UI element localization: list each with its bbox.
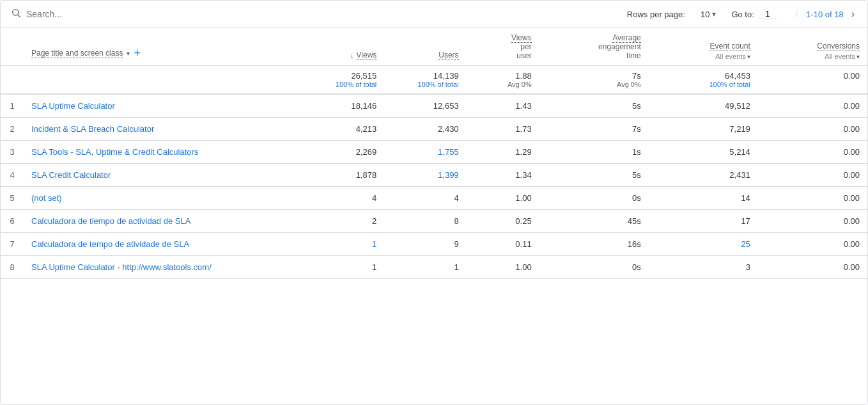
table-body: 1 SLA Uptime Calculator 18,146 12,653 1.… (1, 94, 867, 279)
row-number: 7 (1, 233, 24, 256)
col-header-dimension[interactable]: Page title and screen class ▾ + (24, 28, 302, 66)
row-title[interactable]: Calculadora de tiempo de actividad de SL… (24, 210, 302, 233)
search-left (11, 8, 154, 20)
conversions-col-label: Conversions (817, 42, 860, 51)
data-table: Page title and screen class ▾ + ↓ Views (1, 28, 867, 279)
row-event-count: 3 (649, 256, 758, 279)
row-title[interactable]: (not set) (24, 187, 302, 210)
row-users: 1 (384, 256, 466, 279)
goto-input[interactable] (758, 9, 777, 19)
svg-point-0 (13, 10, 19, 15)
row-number: 8 (1, 256, 24, 279)
row-title[interactable]: Incident & SLA Breach Calculator (24, 118, 302, 141)
conversions-sub-label: All events (825, 52, 855, 60)
col-header-vpu[interactable]: Views per user (467, 28, 539, 66)
col-header-event-count[interactable]: Event count All events ▾ (649, 28, 758, 66)
row-vpu: 0.11 (467, 233, 539, 256)
col-header-conversions[interactable]: Conversions All events ▾ (758, 28, 867, 66)
col-header-users[interactable]: Users (384, 28, 466, 66)
totals-conv-cell: 0.00 (758, 66, 867, 95)
totals-users-value: 14,139 (392, 71, 458, 81)
row-event-count: 17 (649, 210, 758, 233)
search-icon (11, 8, 21, 20)
vpu-col-label2: per (474, 42, 532, 51)
row-title[interactable]: SLA Tools - SLA, Uptime & Credit Calcula… (24, 141, 302, 164)
table-row: 5 (not set) 4 4 1.00 0s 14 0.00 (1, 187, 867, 210)
row-title[interactable]: SLA Uptime Calculator - http://www.slato… (24, 256, 302, 279)
goto-section: Go to: (731, 9, 777, 19)
dimension-col-label: Page title and screen class (31, 49, 123, 58)
row-conversions: 0.00 (758, 187, 867, 210)
table-row: 8 SLA Uptime Calculator - http://www.sla… (1, 256, 867, 279)
row-event-count: 5,214 (649, 141, 758, 164)
totals-views-value: 26,515 (310, 71, 376, 81)
row-aet: 0s (539, 187, 649, 210)
rows-per-page-select[interactable]: 10 ▾ (701, 10, 716, 19)
row-conversions: 0.00 (758, 94, 867, 118)
row-aet: 45s (539, 210, 649, 233)
totals-aet-cell: 7s Avg 0% (539, 66, 649, 95)
chevron-down-icon: ▾ (712, 10, 716, 19)
row-number: 3 (1, 141, 24, 164)
totals-vpu-value: 1.88 (474, 71, 532, 81)
row-aet: 5s (539, 94, 649, 118)
row-views: 1 (302, 256, 384, 279)
totals-title-cell (24, 66, 302, 95)
row-users: 4 (384, 187, 466, 210)
row-views: 18,146 (302, 94, 384, 118)
next-page-button[interactable]: › (849, 7, 857, 21)
table-header-row: Page title and screen class ▾ + ↓ Views (1, 28, 867, 66)
row-vpu: 1.29 (467, 141, 539, 164)
totals-ec-cell: 64,453 100% of total (649, 66, 758, 95)
conversions-dropdown-icon[interactable]: ▾ (856, 53, 860, 60)
row-vpu: 0.25 (467, 210, 539, 233)
row-vpu: 1.73 (467, 118, 539, 141)
row-conversions: 0.00 (758, 164, 867, 187)
totals-vpu-cell: 1.88 Avg 0% (467, 66, 539, 95)
aet-col-label3: time (547, 51, 641, 60)
search-right: Rows per page: 10 ▾ Go to: ‹ 1-10 of 18 … (627, 7, 857, 21)
table-wrap: Page title and screen class ▾ + ↓ Views (1, 28, 867, 279)
totals-users-cell: 14,139 100% of total (384, 66, 466, 95)
row-event-count: 25 (649, 233, 758, 256)
row-views: 2 (302, 210, 384, 233)
rows-per-page-label: Rows per page: (627, 10, 685, 19)
totals-ec-sub: 100% of total (656, 81, 750, 88)
table-row: 7 Calculadora de tempo de atividade de S… (1, 233, 867, 256)
analytics-table-container: Rows per page: 10 ▾ Go to: ‹ 1-10 of 18 … (0, 0, 868, 405)
pagination-info: ‹ 1-10 of 18 › (793, 7, 857, 21)
row-event-count: 2,431 (649, 164, 758, 187)
table-row: 6 Calculadora de tiempo de actividad de … (1, 210, 867, 233)
totals-aet-value: 7s (547, 71, 641, 81)
row-views: 4,213 (302, 118, 384, 141)
event-count-col-label: Event count (709, 42, 750, 51)
row-conversions: 0.00 (758, 141, 867, 164)
row-title[interactable]: Calculadora de tempo de atividade de SLA (24, 233, 302, 256)
dimension-dropdown-icon[interactable]: ▾ (127, 50, 130, 57)
row-users: 1,399 (384, 164, 466, 187)
search-input[interactable] (26, 9, 154, 19)
row-event-count: 14 (649, 187, 758, 210)
col-header-views[interactable]: ↓ Views (302, 28, 384, 66)
row-title[interactable]: SLA Credit Calculator (24, 164, 302, 187)
row-users: 12,653 (384, 94, 466, 118)
svg-line-1 (18, 15, 20, 17)
row-aet: 7s (539, 118, 649, 141)
row-title[interactable]: SLA Uptime Calculator (24, 94, 302, 118)
event-count-dropdown-icon[interactable]: ▾ (747, 53, 750, 60)
goto-label: Go to: (731, 10, 754, 19)
users-col-label: Users (438, 51, 458, 60)
totals-users-sub: 100% of total (392, 81, 458, 88)
row-number: 4 (1, 164, 24, 187)
totals-views-cell: 26,515 100% of total (302, 66, 384, 95)
aet-col-label2: engagement (547, 42, 641, 51)
views-col-label: Views (357, 51, 377, 60)
prev-page-button[interactable]: ‹ (793, 7, 801, 21)
row-views: 4 (302, 187, 384, 210)
row-number: 2 (1, 118, 24, 141)
add-column-button[interactable]: + (134, 47, 141, 60)
col-header-aet[interactable]: Average engagement time (539, 28, 649, 66)
row-conversions: 0.00 (758, 233, 867, 256)
row-vpu: 1.43 (467, 94, 539, 118)
row-vpu: 1.00 (467, 256, 539, 279)
